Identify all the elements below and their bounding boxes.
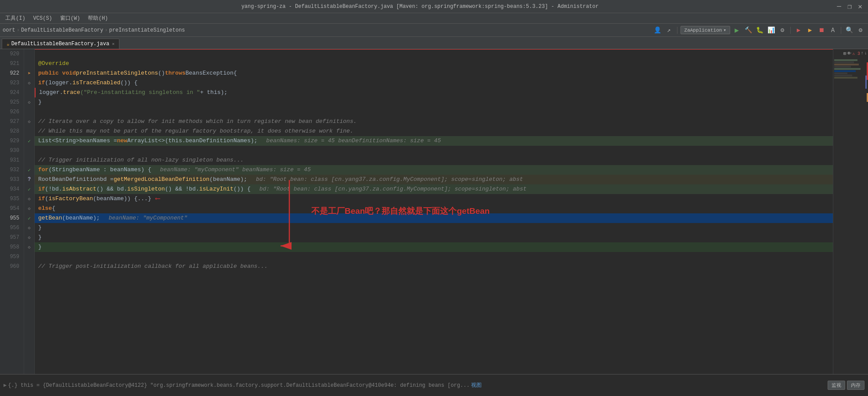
code-line-960: // Trigger post-initialization callback … <box>35 262 833 271</box>
coverage-icon[interactable]: 📊 <box>766 25 776 35</box>
minimap-up-icon[interactable]: ↑ <box>861 51 864 56</box>
code-line-928: // While this may not be part of the reg… <box>35 126 833 136</box>
code-934b: () && bd. <box>97 184 127 194</box>
editor-wrapper: 920 921 922 923 924 925 926 927 928 929 … <box>0 49 868 374</box>
restore-button[interactable]: ❐ <box>846 3 853 10</box>
minimap-line <box>834 59 857 61</box>
kw-if923: if <box>38 78 45 88</box>
minimap-error-badge[interactable]: ⚠ 3 <box>852 51 860 56</box>
minimap[interactable]: ⊞ 👁 ⚠ 3 ↑ ↓ <box>833 49 868 374</box>
minimap-line <box>834 68 861 70</box>
linenum-923: 923 <box>3 78 21 88</box>
code-955a: (beanName); <box>62 213 100 223</box>
toolbar-sep-2 <box>790 27 791 34</box>
linenum-920: 920 <box>3 49 21 59</box>
code-923: (logger. <box>45 78 72 88</box>
tab-label: DefaultListableBeanFactory.java <box>11 41 109 47</box>
type-list929: List<String> <box>38 136 79 146</box>
breadcrumb-class[interactable]: DefaultListableBeanFactory <box>21 27 103 33</box>
minimap-selected-line <box>834 70 856 72</box>
linenum-930: 930 <box>3 146 21 155</box>
method-issingleton934: isSingleton <box>127 184 165 194</box>
code-934c: () && !bd. <box>165 184 199 194</box>
breadcrumb-oort[interactable]: oort <box>3 27 15 33</box>
gutter-956: ◇ <box>24 223 34 233</box>
method-getmerged933: getMergedLocalBeanDefinition <box>114 175 209 184</box>
build-icon[interactable]: 🔨 <box>743 25 753 35</box>
run-red-icon[interactable]: ▶ <box>794 25 803 35</box>
linenum-955: 955 <box>3 213 21 223</box>
nav-bar: oort › DefaultListableBeanFactory › preI… <box>0 24 868 37</box>
minimap-line <box>834 75 852 76</box>
minimize-button[interactable]: — <box>836 3 843 10</box>
editor-container: 920 921 922 923 924 925 926 927 928 929 … <box>0 49 868 374</box>
code-933a: bd = <box>100 175 113 184</box>
tab-defaultlistable[interactable]: ☕ DefaultListableBeanFactory.java ✕ <box>2 39 119 49</box>
linenum-924: 924 <box>3 88 21 97</box>
minimap-content <box>833 58 868 374</box>
code-line-927: // Iterate over a copy to allow for init… <box>35 117 833 126</box>
code-954a: { <box>52 204 55 213</box>
minimap-down-icon[interactable]: ↓ <box>864 51 867 56</box>
code-958: } <box>38 242 42 252</box>
menu-tools[interactable]: 工具(I) <box>2 14 29 23</box>
gutter-930 <box>24 146 34 155</box>
diamond-956: ◇ <box>28 225 30 230</box>
comment-931: // Trigger initialization of all non-laz… <box>38 155 244 165</box>
linenum-925: 925 <box>3 97 21 107</box>
code-line-929: List<String> beanNames = new ArrayList<>… <box>35 136 833 146</box>
check-932: ✓ <box>28 167 31 173</box>
gutter-921 <box>24 59 34 68</box>
profiler-icon[interactable]: ⚙ <box>778 25 787 35</box>
minimap-line <box>834 72 847 74</box>
close-button[interactable]: ✕ <box>857 3 864 10</box>
run-config-dropdown[interactable]: ZaApplication ▾ <box>681 26 730 34</box>
bottom-right-buttons: 监视 内存 <box>828 381 864 390</box>
run-orange-icon[interactable]: ▶ <box>805 25 815 35</box>
code-line-931: // Trigger initialization of all non-laz… <box>35 155 833 165</box>
navigate-icon[interactable]: ↗ <box>664 25 674 35</box>
tab-close-button[interactable]: ✕ <box>112 41 115 47</box>
linenum-960: 960 <box>3 262 21 271</box>
run-button[interactable]: ▶ <box>732 25 742 35</box>
breadcrumb-method[interactable]: preInstantiateSingletons <box>109 27 185 33</box>
monitor-button[interactable]: 监视 <box>828 381 845 390</box>
translate-icon[interactable]: A <box>828 25 838 35</box>
linenum-933: 933 <box>3 175 21 184</box>
stop-icon[interactable]: ⏹ <box>817 25 826 35</box>
method-islazyinit934: isLazyInit <box>199 184 234 194</box>
minimap-eye-icon[interactable]: 👁 <box>847 51 851 56</box>
expand-icon[interactable]: ▶ <box>4 382 7 389</box>
debug-icon[interactable]: 🐛 <box>755 25 764 35</box>
code-line-959 <box>35 252 833 262</box>
check-955: ✓ <box>28 216 31 221</box>
diamond-954: ◇ <box>28 206 30 211</box>
linenum-934: 934 <box>3 184 21 194</box>
chevron-down-icon: ▾ <box>723 27 726 33</box>
settings-icon[interactable]: ⚙ <box>856 25 865 35</box>
code-line-921: @Override <box>35 59 833 68</box>
breadcrumb: oort › DefaultListableBeanFactory › preI… <box>3 27 185 33</box>
code-line-954: else { <box>35 204 833 213</box>
menu-vcs[interactable]: VCS(S) <box>30 14 56 22</box>
menu-window[interactable]: 窗口(W) <box>57 14 84 23</box>
user-icon[interactable]: 👤 <box>653 25 663 35</box>
linenum-954: 954 <box>3 204 21 213</box>
gutter-958: ◇ <box>24 242 34 252</box>
gutter-920 <box>24 49 34 59</box>
code-935b: (beanName)) {...} <box>93 194 151 204</box>
check-934: ✓ <box>28 187 31 192</box>
menu-help[interactable]: 帮助(H) <box>84 14 112 23</box>
minimap-expand-icon[interactable]: ⊞ <box>843 51 846 56</box>
memory-button[interactable]: 内存 <box>847 381 864 390</box>
code-line-923: if (logger. isTraceEnabled ()) { <box>35 78 833 88</box>
method-preinst: preInstantiateSingletons <box>76 68 158 78</box>
view-link[interactable]: 视图 <box>471 382 482 389</box>
gutter-933: ? <box>24 175 34 184</box>
nav-sep-1: › <box>17 27 20 33</box>
code-area[interactable]: @Override public void preInstantiateSing… <box>35 49 833 374</box>
linenum-956: 956 <box>3 223 21 233</box>
linenum-928: 928 <box>3 126 21 136</box>
search-icon[interactable]: 🔍 <box>844 25 854 35</box>
hint-932: beanName: "myComponent" beanNames: size … <box>160 165 310 175</box>
